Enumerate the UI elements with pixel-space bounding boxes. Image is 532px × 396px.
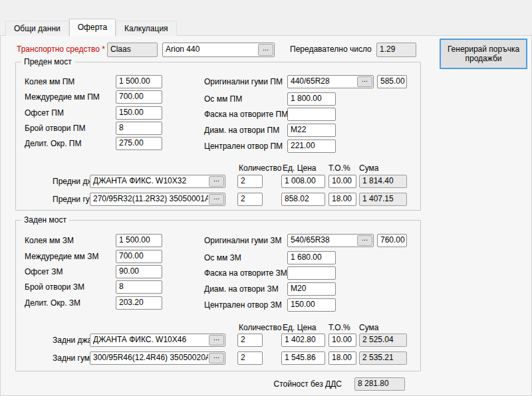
price-front-tires[interactable]: 858.02 bbox=[281, 193, 325, 206]
rear-tires-browse-button[interactable]: ... bbox=[209, 353, 224, 363]
offer-tab-panel: Транспортно средство * Claas Arion 440 .… bbox=[0, 35, 532, 396]
original-tires-zm-value: 540/65R38 bbox=[288, 235, 356, 247]
combo-original-tires-zm[interactable]: 540/65R38 ... bbox=[287, 234, 374, 247]
input-broy-otvori-pm[interactable]: 8 bbox=[116, 122, 162, 135]
input-mezhduredie-zm[interactable]: 700.00 bbox=[116, 250, 162, 263]
rear-axle-group: Заден мост Колея мм ЗМ 1 500.00 Междуред… bbox=[15, 220, 421, 371]
input-delit-okr-zm[interactable]: 203.20 bbox=[116, 296, 162, 310]
label-centralen-otvor-pm: Централен отвор ПМ bbox=[204, 142, 283, 151]
combo-rear-rims[interactable]: ДЖАНТА ФИКС. W10X46 ... bbox=[90, 334, 225, 347]
input-os-zm[interactable]: 1 680.00 bbox=[287, 251, 336, 264]
gear-ratio-label: Передавателно число bbox=[290, 45, 372, 54]
discount-front-rims[interactable]: 10.00 bbox=[329, 175, 356, 188]
label-faska-pm: Фаска на отворите ПМ bbox=[204, 110, 288, 119]
label-original-tires-pm: Оригинални гуми ПМ bbox=[204, 77, 283, 86]
sum-front-rims: 1 814.40 bbox=[359, 175, 407, 188]
label-ofset-pm: Офсет ПМ bbox=[25, 108, 64, 118]
label-koleya-zm: Колея мм ЗМ bbox=[25, 236, 74, 245]
input-mezhduredie-pm[interactable]: 700.00 bbox=[116, 90, 162, 104]
vehicle-make-field: Claas bbox=[107, 43, 158, 57]
input-ofset-pm[interactable]: 150.00 bbox=[116, 106, 162, 120]
input-centralen-otvor-zm[interactable]: 150.00 bbox=[287, 298, 336, 312]
input-centralen-otvor-pm[interactable]: 221.00 bbox=[287, 140, 336, 153]
input-broy-otvori-zm[interactable]: 8 bbox=[116, 280, 162, 294]
col-price-label-front: Ед. Цена bbox=[283, 163, 317, 173]
total-label: Стойност без ДДС bbox=[253, 379, 342, 389]
label-original-tires-zm: Оригинални гуми ЗМ bbox=[204, 236, 282, 245]
label-delit-okr-pm: Делит. Окр. ПМ bbox=[25, 139, 82, 148]
input-koleya-pm[interactable]: 1 500.00 bbox=[116, 75, 162, 88]
input-faska-pm[interactable] bbox=[287, 108, 336, 121]
label-rear-tires: Задни гуми bbox=[53, 353, 94, 363]
qty-rear-tires[interactable]: 2 bbox=[237, 351, 263, 365]
label-mezhduredie-pm: Междуредие мм ПМ bbox=[25, 92, 100, 102]
label-os-zm: Ос мм ЗМ bbox=[204, 253, 241, 262]
label-ofset-zm: Офсет ЗМ bbox=[25, 267, 63, 276]
qty-front-rims[interactable]: 2 bbox=[237, 175, 263, 188]
sum-rear-rims: 2 525.04 bbox=[359, 334, 407, 347]
label-mezhduredie-zm: Междуредие мм ЗМ bbox=[25, 252, 98, 261]
generate-sales-order-button[interactable]: Генерирай поръчка продажби bbox=[440, 39, 527, 69]
rear-rims-value: ДЖАНТА ФИКС. W10X46 bbox=[90, 334, 208, 346]
input-koleya-zm[interactable]: 1 500.00 bbox=[116, 234, 162, 247]
front-axle-title: Преден мост bbox=[21, 57, 74, 66]
original-tires-zm-browse-button[interactable]: ... bbox=[357, 235, 372, 246]
sum-front-tires: 1 407.15 bbox=[359, 193, 407, 206]
label-koleya-pm: Колея мм ПМ bbox=[25, 77, 74, 86]
rear-axle-title: Заден мост bbox=[21, 215, 69, 225]
original-tires-pm-browse-button[interactable]: ... bbox=[357, 76, 372, 87]
col-price-label-rear: Ед. Цена bbox=[283, 323, 317, 332]
input-delit-okr-pm[interactable]: 275.00 bbox=[116, 137, 162, 150]
tab-offer[interactable]: Оферта bbox=[69, 19, 116, 37]
tab-strip: Общи данни Оферта Калкулация bbox=[5, 18, 177, 36]
label-diam-otvori-zm: Диам. на отвори ЗМ bbox=[204, 284, 279, 294]
input-faska-zm[interactable] bbox=[287, 266, 336, 280]
label-os-pm: Ос мм ПМ bbox=[204, 94, 242, 104]
qty-front-tires[interactable]: 2 bbox=[237, 193, 263, 206]
qty-rear-rims[interactable]: 2 bbox=[237, 334, 263, 347]
vehicle-browse-button[interactable]: ... bbox=[258, 44, 273, 56]
front-axle-group: Преден мост Колея мм ПМ 1 500.00 Междуре… bbox=[15, 62, 421, 211]
combo-original-tires-pm[interactable]: 440/65R28 ... bbox=[287, 75, 374, 88]
input-ofset-zm[interactable]: 90.00 bbox=[116, 265, 162, 278]
input-tire-size-pm[interactable]: 585.00 bbox=[377, 75, 407, 88]
vehicle-model-combo[interactable]: Arion 440 ... bbox=[162, 43, 275, 57]
col-qty-label-front: Количество bbox=[239, 163, 281, 173]
input-os-pm[interactable]: 1 800.00 bbox=[287, 92, 336, 106]
total-field: 8 281.80 bbox=[354, 377, 405, 391]
input-diam-otvori-pm[interactable]: M22 bbox=[287, 124, 336, 137]
tab-general-data[interactable]: Общи данни bbox=[5, 21, 69, 36]
col-sum-label-front: Сума bbox=[359, 163, 378, 173]
sum-rear-tires: 2 535.21 bbox=[359, 351, 407, 365]
label-faska-zm: Фаска на отворите ЗМ bbox=[204, 268, 287, 278]
front-tires-value: 270/95R32(11.2R32) 35050001AL- bbox=[90, 193, 208, 205]
label-delit-okr-zm: Делит. Окр. ЗМ bbox=[25, 298, 80, 308]
discount-front-tires[interactable]: 18.00 bbox=[329, 193, 356, 206]
vehicle-label: Транспортно средство * bbox=[17, 45, 103, 54]
label-broy-otvori-pm: Брой отвори ПМ bbox=[25, 124, 85, 133]
col-sum-label-rear: Сума bbox=[359, 323, 378, 332]
gear-ratio-field: 1.29 bbox=[376, 43, 416, 57]
col-discount-label-rear: Т.О.% bbox=[329, 323, 350, 332]
discount-rear-tires[interactable]: 18.00 bbox=[329, 351, 356, 365]
rear-tires-value: 300/95R46(12.4R46) 35050020AL- bbox=[90, 352, 208, 364]
col-qty-label-rear: Количество bbox=[239, 323, 281, 332]
col-discount-label-front: Т.О.% bbox=[329, 163, 350, 173]
label-centralen-otvor-zm: Централен отвор ЗМ bbox=[204, 300, 282, 310]
price-front-rims[interactable]: 1 008.00 bbox=[281, 175, 325, 188]
input-diam-otvori-zm[interactable]: M20 bbox=[287, 282, 336, 296]
discount-rear-rims[interactable]: 10.00 bbox=[329, 334, 356, 347]
original-tires-pm-value: 440/65R28 bbox=[288, 76, 356, 88]
price-rear-tires[interactable]: 1 545.86 bbox=[281, 351, 325, 365]
rear-rims-browse-button[interactable]: ... bbox=[209, 335, 224, 346]
tab-calculation[interactable]: Калкулация bbox=[116, 21, 177, 36]
combo-front-tires[interactable]: 270/95R32(11.2R32) 35050001AL- ... bbox=[90, 193, 225, 206]
vehicle-model-value: Arion 440 bbox=[163, 43, 257, 56]
front-rims-browse-button[interactable]: ... bbox=[209, 176, 224, 187]
combo-front-rims[interactable]: ДЖАНТА ФИКС. W10X32 ... bbox=[90, 175, 225, 188]
front-tires-browse-button[interactable]: ... bbox=[209, 194, 224, 205]
combo-rear-tires[interactable]: 300/95R46(12.4R46) 35050020AL- ... bbox=[90, 351, 225, 365]
price-rear-rims[interactable]: 1 402.80 bbox=[281, 334, 325, 347]
label-diam-otvori-pm: Диам. на отвори ПМ bbox=[204, 126, 279, 135]
input-tire-size-zm[interactable]: 760.00 bbox=[377, 234, 407, 247]
